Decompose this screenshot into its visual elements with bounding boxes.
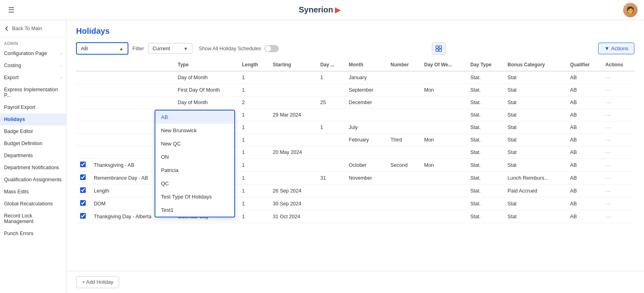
table-view-btn[interactable] xyxy=(432,43,446,55)
sidebar-item-departments[interactable]: Departments xyxy=(0,150,66,162)
back-to-main-label: Back To Main xyxy=(12,26,42,31)
table-row: Day of Month11JanuaryStat.StatAB··· xyxy=(76,71,634,84)
sidebar-item-punch-errors[interactable]: Punch Errors xyxy=(0,227,66,240)
sidebar-item-express[interactable]: Express Implementation P... xyxy=(0,84,66,101)
row-qualifier: AB xyxy=(566,96,601,109)
row-day_type: Stat. xyxy=(466,146,504,159)
row-actions[interactable]: ··· xyxy=(601,96,634,109)
sidebar-item-record-lock[interactable]: Record Lock Management xyxy=(0,210,66,227)
show-all-label: Show All Holiday Schedules xyxy=(199,46,261,51)
row-number xyxy=(386,210,420,223)
sidebar-item-qualification[interactable]: Qualification Assignments xyxy=(0,174,66,186)
back-to-main[interactable]: Back To Main xyxy=(0,20,66,37)
sidebar-item-label: Department Notifications xyxy=(4,165,59,170)
row-bonus_category: Stat xyxy=(504,210,566,223)
row-day xyxy=(316,210,345,223)
row-month: October xyxy=(345,159,387,172)
sidebar-item-dept-notifications[interactable]: Department Notifications xyxy=(0,162,66,174)
sidebar-item-label: Record Lock Management xyxy=(4,213,62,224)
sidebar: Back To Main ADMIN Configuration Page›Co… xyxy=(0,20,66,293)
row-length: 1 xyxy=(238,109,269,121)
row-checkbox[interactable] xyxy=(80,213,86,219)
sidebar-item-holidays[interactable]: Holidays xyxy=(0,113,66,125)
svg-rect-2 xyxy=(436,49,438,51)
row-number xyxy=(386,172,420,184)
logo-icon: ▶ xyxy=(335,6,341,14)
row-day_of_week: Mon xyxy=(420,84,466,96)
province-option-AB[interactable]: AB xyxy=(155,111,234,124)
row-actions[interactable]: ··· xyxy=(601,172,634,184)
province-option-NB[interactable]: New Brunswick xyxy=(155,124,234,137)
col-header-checkbox xyxy=(76,59,90,71)
sidebar-item-label: Holidays xyxy=(4,117,25,122)
actions-chevron-icon: ▼ xyxy=(604,45,609,51)
row-day_type: Stat. xyxy=(466,210,504,223)
actions-button[interactable]: ▼ Actions xyxy=(598,43,634,54)
province-option-NQC[interactable]: New QC xyxy=(155,137,234,150)
row-qualifier: AB xyxy=(566,146,601,159)
row-starting: 31 Oct 2024 xyxy=(269,210,316,223)
sidebar-item-label: Express Implementation P... xyxy=(4,87,62,98)
row-day_of_week xyxy=(420,71,466,84)
province-dropdown[interactable]: AB ▲ xyxy=(76,42,128,55)
row-length: 1 xyxy=(238,134,269,146)
row-checkbox[interactable] xyxy=(80,162,86,167)
row-bonus_category: Stat xyxy=(504,146,566,159)
filter-chevron-icon: ▼ xyxy=(184,46,188,51)
sidebar-chevron-icon: › xyxy=(61,76,62,80)
row-number xyxy=(386,184,420,197)
province-option-Test1[interactable]: Test1 xyxy=(155,203,234,217)
row-actions[interactable]: ··· xyxy=(601,210,634,223)
col-header-9: Qualifier xyxy=(566,59,601,71)
row-month: September xyxy=(345,84,387,96)
row-checkbox-cell xyxy=(76,96,90,109)
row-day_of_week xyxy=(420,96,466,109)
page-header: Holidays xyxy=(66,20,644,39)
row-checkbox-cell xyxy=(76,172,90,184)
row-actions[interactable]: ··· xyxy=(601,134,634,146)
sidebar-item-global-recalc[interactable]: Global Recalculations xyxy=(0,198,66,210)
sidebar-item-payroll-export[interactable]: Payroll Export xyxy=(0,101,66,113)
province-option-TestType[interactable]: Test Type Of Holidays xyxy=(155,190,234,203)
row-bonus_category: Lunch Reimburs... xyxy=(504,172,566,184)
add-holiday-button[interactable]: + Add Holiday xyxy=(76,276,119,288)
sidebar-item-budget-definition[interactable]: Budget Definition xyxy=(0,137,66,150)
row-actions[interactable]: ··· xyxy=(601,84,634,96)
row-actions[interactable]: ··· xyxy=(601,71,634,84)
row-actions[interactable]: ··· xyxy=(601,146,634,159)
sidebar-section-admin: ADMIN xyxy=(0,37,66,47)
row-month: December xyxy=(345,96,387,109)
hamburger-menu[interactable]: ☰ xyxy=(6,4,16,16)
province-option-ON[interactable]: ON xyxy=(155,150,234,164)
row-day_of_week xyxy=(420,109,466,121)
sidebar-item-configuration[interactable]: Configuration Page› xyxy=(0,47,66,59)
row-actions[interactable]: ··· xyxy=(601,159,634,172)
sidebar-item-costing[interactable]: Costing› xyxy=(0,59,66,72)
row-checkbox[interactable] xyxy=(80,174,86,180)
row-checkbox[interactable] xyxy=(80,187,86,193)
row-actions[interactable]: ··· xyxy=(601,121,634,134)
row-checkbox[interactable] xyxy=(80,200,86,206)
col-header-7: Day Type xyxy=(466,59,504,71)
filter-dropdown[interactable]: Current ▼ xyxy=(148,43,192,54)
row-actions[interactable]: ··· xyxy=(601,184,634,197)
row-checkbox-cell xyxy=(76,184,90,197)
table-row: Day of Month225DecemberStat.StatAB··· xyxy=(76,96,634,109)
row-actions[interactable]: ··· xyxy=(601,109,634,121)
row-actions[interactable]: ··· xyxy=(601,197,634,210)
row-starting xyxy=(269,71,316,84)
province-option-QC[interactable]: QC xyxy=(155,177,234,190)
col-header-2: Starting xyxy=(269,59,316,71)
sidebar-item-label: Punch Errors xyxy=(4,231,33,236)
province-option-Patricia[interactable]: Patricia xyxy=(155,164,234,177)
row-checkbox-cell xyxy=(76,109,90,121)
row-length: 1 xyxy=(238,84,269,96)
sidebar-item-mass-edits[interactable]: Mass Edits xyxy=(0,186,66,198)
row-month xyxy=(345,210,387,223)
row-starting xyxy=(269,172,316,184)
user-avatar[interactable]: 🧑 xyxy=(623,3,638,17)
sidebar-item-badge-editor[interactable]: Badge Editor xyxy=(0,125,66,137)
row-day_of_week: Mon xyxy=(420,159,466,172)
show-all-toggle-switch[interactable] xyxy=(264,45,279,52)
sidebar-item-export[interactable]: Export› xyxy=(0,72,66,84)
